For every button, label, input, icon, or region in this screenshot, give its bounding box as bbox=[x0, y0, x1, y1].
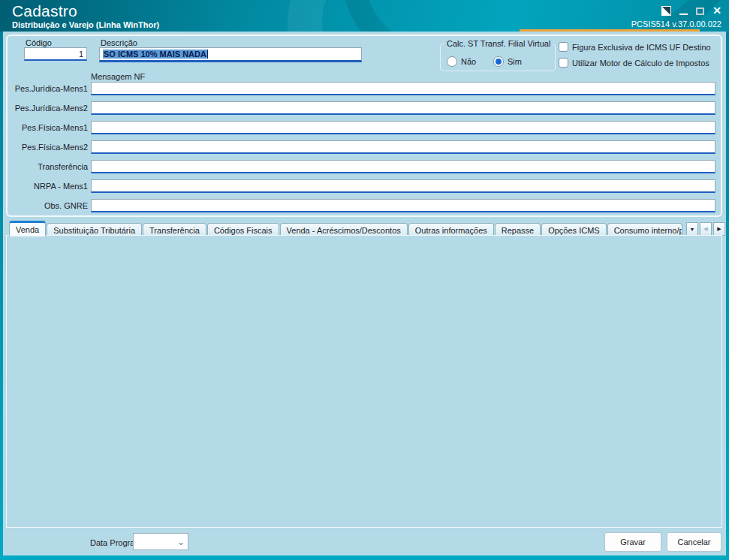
tab-dropdown-button[interactable]: ▼ bbox=[686, 222, 698, 236]
mensagem-nf-label: Mensagem NF bbox=[91, 72, 145, 81]
radio-label: Sim bbox=[508, 57, 522, 66]
row-label: Obs. GNRE bbox=[6, 201, 88, 210]
tab-scroll-left-button[interactable]: ◀ bbox=[700, 222, 712, 236]
row-label: NRPA - Mens1 bbox=[6, 182, 88, 191]
pes-fisica-mens1-field[interactable] bbox=[91, 121, 715, 134]
tab-strip: Venda Substituição Tributária Transferên… bbox=[9, 221, 683, 236]
window-controls: ✕ bbox=[661, 5, 721, 16]
radio-label: Não bbox=[461, 57, 476, 66]
checkbox-label: Figura Exclusiva de ICMS UF Destino bbox=[572, 43, 711, 52]
codigo-label: Código bbox=[26, 38, 52, 47]
data-programada-dropdown[interactable]: ⌄ bbox=[133, 533, 188, 550]
application-window: Cadastro Distribuição e Varejo (Linha Wi… bbox=[0, 0, 729, 560]
row-label: Pes.Física-Mens2 bbox=[6, 143, 88, 152]
group-calc-st: Calc. ST Transf. Filial Virtual Não Sim bbox=[440, 44, 556, 71]
descricao-selected-text: SO ICMS 10% MAIS NADA bbox=[103, 50, 208, 59]
pes-juridica-mens1-field[interactable] bbox=[91, 82, 715, 95]
radio-calc-st-nao[interactable]: Não bbox=[447, 56, 476, 67]
checkbox-label: Utilizar Motor de Cálculo de Impostos bbox=[572, 59, 709, 68]
tab-scroll-right-button[interactable]: ▶ bbox=[713, 222, 725, 236]
row-label: Pes.Jurídica-Mens2 bbox=[6, 104, 88, 113]
radio-calc-st-sim[interactable]: Sim bbox=[493, 56, 522, 67]
descricao-field[interactable]: SO ICMS 10% MAIS NADA bbox=[99, 47, 362, 62]
pes-juridica-mens2-field[interactable] bbox=[91, 101, 715, 115]
codigo-field[interactable]: 1 bbox=[24, 47, 87, 61]
minimize-button[interactable] bbox=[679, 7, 688, 15]
maximize-button[interactable] bbox=[696, 8, 704, 15]
obs-gnre-field[interactable] bbox=[91, 199, 715, 212]
content-area: Código 1 Descrição SO ICMS 10% MAIS NADA… bbox=[3, 32, 726, 555]
version-accent-bar bbox=[520, 29, 700, 32]
row-label: Pes.Física-Mens1 bbox=[6, 123, 88, 132]
checkbox-icon bbox=[559, 42, 568, 52]
checkbox-figura-exclusiva[interactable]: Figura Exclusiva de ICMS UF Destino bbox=[559, 42, 711, 52]
checkbox-icon bbox=[559, 58, 568, 68]
version-label: PCSIS514 v.37.0.00.022 bbox=[631, 20, 721, 29]
radio-icon-selected bbox=[493, 56, 504, 67]
venda-tab-panel bbox=[6, 235, 722, 528]
window-subtitle: Distribuição e Varejo (Linha WinThor) bbox=[12, 20, 159, 29]
pes-fisica-mens2-field[interactable] bbox=[91, 140, 715, 154]
checkbox-motor-calculo[interactable]: Utilizar Motor de Cálculo de Impostos bbox=[559, 58, 709, 68]
row-label: Pes.Jurídica-Mens1 bbox=[6, 84, 88, 93]
row-label: Transferência bbox=[6, 162, 88, 171]
nrpa-mens1-field[interactable] bbox=[91, 179, 715, 193]
cancelar-button[interactable]: Cancelar bbox=[667, 532, 721, 552]
titlebar: Cadastro Distribuição e Varejo (Linha Wi… bbox=[0, 0, 729, 32]
transferencia-field[interactable] bbox=[91, 160, 715, 173]
theme-icon[interactable] bbox=[661, 6, 671, 16]
radio-icon bbox=[447, 56, 457, 67]
close-button[interactable]: ✕ bbox=[712, 5, 721, 16]
group-calc-st-title: Calc. ST Transf. Filial Virtual bbox=[444, 39, 553, 48]
descricao-label: Descrição bbox=[101, 38, 137, 47]
tab-venda[interactable]: Venda bbox=[9, 221, 46, 236]
chevron-down-icon: ⌄ bbox=[177, 537, 185, 547]
gravar-button[interactable]: Gravar bbox=[604, 532, 661, 552]
window-title: Cadastro bbox=[12, 2, 77, 20]
